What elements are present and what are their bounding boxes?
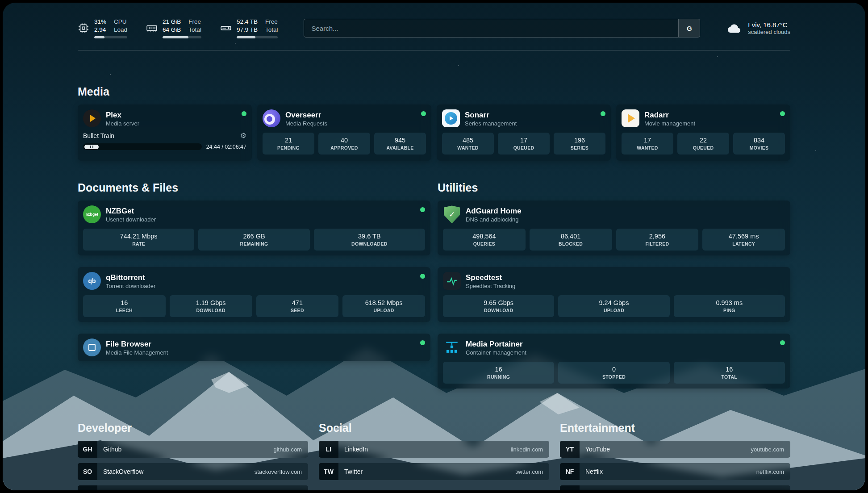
memory-total: 64 GiB (163, 26, 181, 34)
service-name: AdGuard Home (466, 206, 522, 216)
bookmark-url: linkedin.com (511, 446, 543, 453)
stat-queries: 498,564 QUERIES (443, 229, 526, 251)
service-desc: Speedtest Tracking (466, 283, 515, 289)
service-name: Sonarr (465, 110, 517, 120)
nzbget-icon: nzbget (83, 205, 101, 223)
stat-pending: 21 PENDING (263, 133, 314, 155)
stat-stopped: 0 STOPPED (558, 362, 669, 384)
cpu-percent: 31% (94, 18, 106, 26)
service-name: Overseerr (285, 110, 327, 120)
bookmark-github[interactable]: GH Github github.com (78, 441, 308, 458)
search-provider-button[interactable]: G (678, 19, 700, 37)
service-card-portainer[interactable]: Media Portainer Container management 16 … (438, 334, 790, 389)
service-card-qbittorrent[interactable]: qb qBittorrent Torrent downloader 16 LEE… (78, 267, 430, 322)
cpu-progress-fill (94, 36, 104, 38)
stat-leech: 16 LEECH (83, 295, 166, 317)
service-desc: Torrent downloader (106, 283, 155, 289)
cpu-progress-bar (94, 36, 127, 38)
disk-progress-bar (237, 36, 278, 38)
section-media: Media Plex Media server Bullet Train ⚙ (78, 85, 790, 161)
bookmark-group-entertainment: Entertainment YT YouTube youtube.com NF … (560, 422, 790, 490)
stat-download: 9.65 Gbps DOWNLOAD (443, 295, 554, 317)
top-bar: 31% 2.94 CPU Load (78, 18, 790, 38)
stat-download: 1.19 Gbps DOWNLOAD (170, 295, 252, 317)
section-documents: Documents & Files nzbget NZBGet Usenet d… (78, 181, 430, 361)
service-card-overseerr[interactable]: Overseerr Media Requests 21 PENDING 40 A… (257, 104, 431, 161)
section-title-utilities: Utilities (438, 181, 790, 194)
bookmark-name: Twitter (344, 468, 363, 475)
bookmark-url: twitter.com (515, 468, 543, 475)
service-card-nzbget[interactable]: nzbget NZBGet Usenet downloader 744.21 M… (78, 201, 430, 255)
service-desc: Media server (106, 120, 139, 127)
bookmark-url: stackoverflow.com (255, 468, 302, 475)
speedtest-icon (443, 272, 461, 290)
stat-series: 196 SERIES (554, 133, 605, 155)
stat-ping: 0.993 ms PING (674, 295, 785, 317)
bookmark-abbr: LI (319, 441, 338, 458)
disk-label-1: Free (265, 18, 278, 26)
service-card-radarr[interactable]: Radarr Movie management 17 WANTED 22 QUE… (616, 104, 790, 161)
bookmark-group-developer: Developer GH Github github.com SO StackO… (78, 422, 308, 490)
bookmark-name: LinkedIn (344, 446, 368, 453)
bookmark-reddit[interactable]: RE Reddit reddit.com (560, 485, 790, 490)
snow-specks (3, 3, 4, 4)
bookmark-stackoverflow[interactable]: SO StackOverflow stackoverflow.com (78, 463, 308, 480)
disk-total: 97.9 TB (237, 26, 258, 34)
service-card-sonarr[interactable]: Sonarr Series management 485 WANTED 17 Q… (437, 104, 611, 161)
section-title-documents: Documents & Files (78, 181, 430, 194)
stat-latency: 47.569 ms LATENCY (702, 229, 785, 251)
memory-progress-fill (163, 36, 188, 38)
bookmark-netflix[interactable]: NF Netflix netflix.com (560, 463, 790, 480)
section-title-media: Media (78, 85, 790, 98)
bookmark-name: YouTube (585, 446, 610, 453)
bookmark-twitter[interactable]: TW Twitter twitter.com (319, 463, 549, 480)
cpu-label-2: Load (114, 26, 127, 34)
cloud-icon (726, 20, 742, 36)
service-card-adguard[interactable]: ✓ AdGuard Home DNS and adblocking 498,56… (438, 201, 790, 255)
playback-progress-bar[interactable] (83, 143, 202, 150)
service-desc: Usenet downloader (106, 216, 156, 223)
cpu-label-1: CPU (114, 18, 127, 26)
stat-upload: 618.52 Mbps UPLOAD (342, 295, 425, 317)
cpu-load: 2.94 (94, 26, 106, 34)
disk-icon (220, 22, 232, 34)
bookmark-linkedin[interactable]: LI LinkedIn linkedin.com (319, 441, 549, 458)
pause-icon[interactable] (84, 145, 99, 149)
portainer-crane-icon (443, 338, 461, 356)
service-name: Speedtest (466, 273, 515, 283)
memory-label-1: Free (188, 18, 201, 26)
service-card-plex[interactable]: Plex Media server Bullet Train ⚙ 24:44 (78, 104, 252, 161)
disk-progress-fill (237, 36, 256, 38)
weather-condition: scattered clouds (748, 29, 790, 35)
bookmark-url: netflix.com (756, 468, 784, 475)
bookmark-dev[interactable]: DT DEV dev.to (78, 485, 308, 490)
overseerr-icon (263, 109, 280, 127)
service-name: Media Portainer (466, 339, 526, 349)
service-card-filebrowser[interactable]: File Browser Media File Management (78, 334, 430, 361)
bookmark-name: Github (103, 446, 121, 453)
bookmark-url: youtube.com (751, 446, 784, 453)
stat-blocked: 86,401 BLOCKED (530, 229, 612, 251)
service-card-speedtest[interactable]: Speedtest Speedtest Tracking 9.65 Gbps D… (438, 267, 790, 322)
bookmark-abbr: GH (78, 441, 97, 458)
memory-progress-bar (163, 36, 201, 38)
bookmark-youtube[interactable]: YT YouTube youtube.com (560, 441, 790, 458)
service-name: Plex (106, 110, 139, 120)
stat-wanted: 485 WANTED (442, 133, 494, 155)
stat-seed: 471 SEED (256, 295, 339, 317)
service-desc: Movie management (644, 120, 695, 127)
section-title-developer: Developer (78, 422, 308, 435)
gear-icon[interactable]: ⚙ (240, 132, 246, 139)
adguard-shield-icon: ✓ (443, 205, 461, 223)
stat-queued: 17 QUEUED (498, 133, 550, 155)
bookmark-abbr: RE (560, 485, 580, 490)
qbittorrent-icon: qb (83, 272, 101, 290)
service-desc: Media Requests (285, 120, 327, 127)
status-dot-online (420, 340, 425, 345)
header-divider (78, 50, 790, 50)
cpu-icon (78, 22, 89, 34)
search-input[interactable] (304, 19, 678, 37)
memory-label-2: Total (188, 26, 201, 34)
plex-icon (83, 109, 101, 127)
disk-widget: 52.4 TB 97.9 TB Free Total (220, 18, 278, 38)
